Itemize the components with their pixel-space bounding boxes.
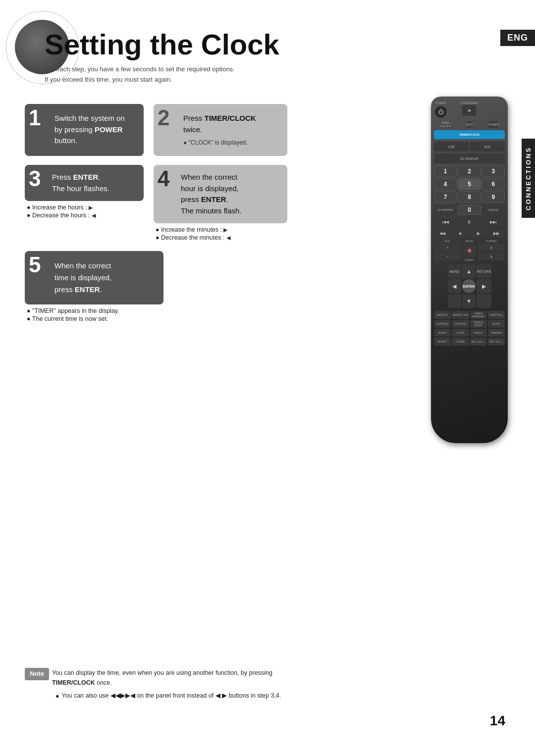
step-3-bullet-1: ● Increase the hours : ▶ — [27, 204, 144, 211]
step-3-col: 3 Press ENTER.The hour flashes. ● Increa… — [25, 165, 144, 242]
empty-top — [491, 101, 505, 112]
nav-right[interactable]: ▶ — [477, 279, 491, 293]
connections-tab: CONNECTIONS — [522, 139, 535, 218]
nav-left[interactable]: ◀ — [448, 279, 461, 293]
usb-button[interactable]: USB — [434, 142, 469, 151]
next-button[interactable]: ▶▶| — [482, 217, 505, 226]
step-2-number: 2 — [158, 107, 169, 129]
echo-button[interactable]: ECHO — [488, 320, 505, 328]
stop-button[interactable]: ■ — [452, 229, 469, 238]
timer-text: TIMER — [441, 121, 449, 124]
usb-aux-row: USB AUX — [434, 142, 505, 151]
steps-row-2: 3 Press ENTER.The hour flashes. ● Increa… — [25, 165, 317, 242]
page-number: 14 — [490, 713, 505, 729]
nav-down[interactable]: ▼ — [462, 294, 476, 308]
vol-up[interactable]: + — [434, 244, 461, 252]
tuning-down[interactable]: ∨ — [478, 252, 505, 260]
return-button[interactable]: RETURN — [477, 264, 491, 278]
nav-br-left[interactable] — [448, 294, 461, 308]
zoom-button[interactable]: ZOOM — [452, 338, 469, 346]
repeat-button[interactable]: REPEAT — [434, 311, 451, 319]
step-2-note: ● "CLOCK" is displayed. — [183, 138, 279, 147]
step-5-number: 5 — [29, 254, 41, 276]
step-1-box: 1 Switch the system onby pressing POWERb… — [25, 104, 144, 156]
num-7[interactable]: 7 — [434, 191, 457, 203]
num-1[interactable]: 1 — [434, 165, 457, 177]
enter-button[interactable]: ENTER — [462, 279, 476, 293]
step-4-bullet-2: ● Decrease the minutes : ◀ — [156, 234, 287, 241]
step-3-bullets: ● Increase the hours : ▶ ● Decrease the … — [27, 204, 144, 220]
pause-button[interactable]: ⏸ — [458, 217, 481, 226]
subtitle: For each step, you have a few seconds to… — [45, 64, 279, 85]
num-2[interactable]: 2 — [458, 165, 481, 177]
vol-down[interactable]: − — [434, 252, 461, 260]
tuning-col: TUNING ∧ ∨ — [478, 240, 505, 261]
step-4-bullet-1: ● Increase the minutes : ▶ — [156, 226, 287, 233]
step-5-box: 5 When the correcttime is displayed,pres… — [25, 251, 163, 304]
num-4[interactable]: 4 — [434, 178, 457, 190]
steps-area: 1 Switch the system onby pressing POWERb… — [25, 104, 317, 323]
vol-col: VOL + − — [434, 240, 461, 261]
step-3-number: 3 — [29, 168, 41, 190]
mdrst-button[interactable]: MDRST — [434, 338, 451, 346]
step-4-col: 4 When the correcthour is displayed,pres… — [154, 165, 287, 242]
bottom-rows: REPEAT REPEAT A-B TIMER MEMORY SUBTITLE … — [434, 310, 505, 347]
psound-button[interactable]: P.SOUND — [452, 320, 469, 328]
func-row-2: DSPREQ P.SOUND TREBLE BASS ECHO — [434, 320, 505, 328]
menu-button[interactable]: MENU — [448, 264, 461, 278]
rew-button[interactable]: ◀◀ — [434, 229, 451, 238]
func-row-1: REPEAT REPEAT A-B TIMER MEMORY SUBTITLE — [434, 311, 505, 319]
transport-row-2: ◀◀ ■ ▶ ▶▶ — [434, 229, 505, 238]
ff-button[interactable]: ▶▶ — [488, 229, 505, 238]
timer-clock-bold: TIMER/CLOCK — [52, 679, 95, 686]
note-section: Note You can display the time, even when… — [25, 668, 317, 704]
tuner-button[interactable]: TUNER — [488, 121, 499, 128]
num-9[interactable]: 9 — [482, 191, 505, 203]
numpad: 1 2 3 4 5 6 7 8 9 — [434, 165, 505, 203]
eject-button[interactable]: ⏏ — [462, 105, 476, 116]
step-4-number: 4 — [158, 168, 169, 190]
angle-button[interactable]: ANGLE — [470, 329, 487, 337]
step-2-text: Press TIMER/CLOCKtwice. — [183, 113, 279, 135]
note-item-1-content: You can display the time, even when you … — [52, 668, 317, 688]
on-off-button[interactable]: ON/OFF — [440, 125, 451, 128]
step-3-bullet-2: ● Decrease the hours : ◀ — [27, 212, 144, 219]
dspreq-button[interactable]: DSPREQ — [434, 320, 451, 328]
power-button[interactable]: ⏻ — [434, 105, 448, 119]
aux-button[interactable]: AUX — [470, 142, 505, 151]
audio-label: AUDIO — [465, 258, 474, 261]
nav-up[interactable]: ▲ — [462, 264, 476, 278]
timer-clock-button[interactable]: TIMER/CLOCK — [434, 130, 505, 139]
num-8[interactable]: 8 — [458, 191, 481, 203]
timer-memory-button[interactable]: TIMER MEMORY — [470, 311, 487, 319]
cd-display-button[interactable]: CD DISPLAY — [434, 153, 505, 163]
cancel-button[interactable]: CANCEL — [482, 205, 505, 215]
sleep-button[interactable]: SLEEP — [434, 329, 451, 337]
play-button[interactable]: ▶ — [470, 229, 487, 238]
vol-label: VOL — [434, 240, 461, 243]
num-6[interactable]: 6 — [482, 178, 505, 190]
subtitle-button[interactable]: SUBTITLE — [488, 311, 505, 319]
cd-ripping-button[interactable]: CD RIPPING — [434, 205, 457, 215]
tuning-up[interactable]: ∧ — [478, 244, 505, 252]
mute-button[interactable]: 🔇 — [463, 244, 477, 257]
mute-label: MUTE — [466, 240, 474, 243]
prev-button[interactable]: |◀◀ — [434, 217, 457, 226]
mic-vol-up-button[interactable]: MIC VOL + — [488, 338, 505, 346]
subtitle-line1: For each step, you have a few seconds to… — [45, 64, 279, 75]
slow-button[interactable]: SLOW — [452, 329, 469, 337]
timer-row: TIMER ON/OFF DVD TUNER — [434, 121, 505, 128]
remain-button[interactable]: REMAIN — [488, 329, 505, 337]
note-label: Note — [25, 668, 49, 680]
num-5[interactable]: 5 — [458, 178, 481, 190]
num-3[interactable]: 3 — [482, 165, 505, 177]
repeat2-button[interactable]: REPEAT A-B — [452, 311, 469, 319]
dvd-button[interactable]: DVD — [466, 121, 473, 128]
mic-vol-down-button[interactable]: MIC VOL − — [470, 338, 487, 346]
step-3-text: Press ENTER.The hour flashes. — [52, 172, 136, 194]
bottom-num-row: CD RIPPING 0 CANCEL — [434, 205, 505, 215]
page-title: Setting the Clock — [45, 29, 279, 60]
treble-bass-button[interactable]: TREBLE BASS — [470, 320, 487, 328]
nav-br-right[interactable] — [477, 294, 491, 308]
num-0[interactable]: 0 — [458, 205, 482, 215]
